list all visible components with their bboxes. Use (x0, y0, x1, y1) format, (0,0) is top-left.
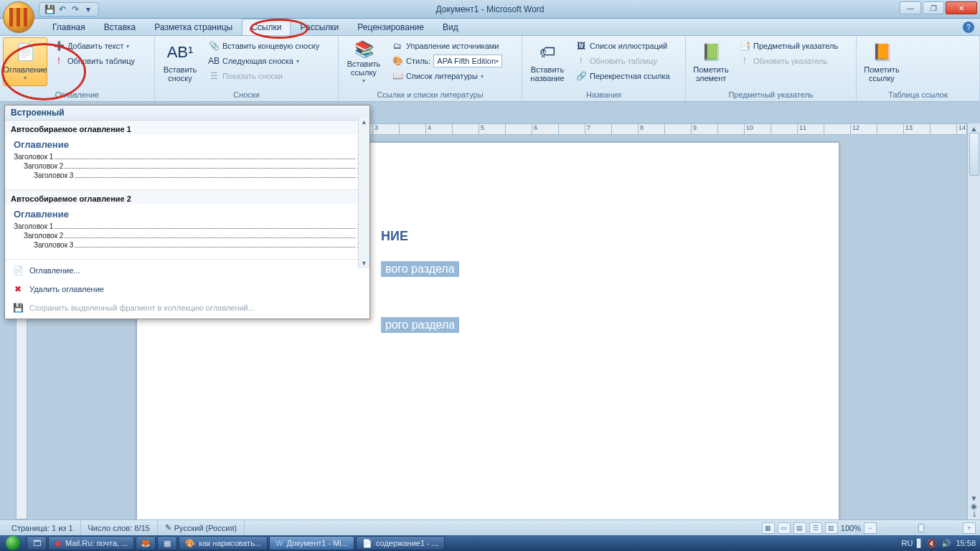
add-text-button[interactable]: ➕Добавить текст (50, 39, 138, 53)
scroll-thumb[interactable] (969, 133, 979, 176)
gallery-cmd-insert-toc[interactable]: 📄Оглавление... (5, 261, 369, 280)
system-tray: RU ▋ 🔇 🔊 15:58 (902, 539, 980, 548)
gallery-header: Встроенный (5, 105, 369, 121)
save-icon[interactable]: 💾 (44, 4, 55, 15)
tab-review[interactable]: Рецензирование (348, 19, 433, 35)
show-notes-icon: ☰ (208, 70, 220, 82)
spellcheck-icon: ✎ (165, 523, 171, 532)
status-language[interactable]: ✎Русский (Россия) (158, 520, 245, 535)
scroll-up-icon[interactable]: ▲ (971, 125, 978, 133)
group-label-citations: Ссылки и списки литературы (341, 89, 519, 101)
ribbon: 📄 Оглавление ➕Добавить текст !Обновить т… (0, 36, 980, 102)
gallery-cmd-save-selection: 💾Сохранить выделенный фрагмент в коллекц… (5, 298, 369, 317)
toc-button[interactable]: 📄 Оглавление (3, 37, 47, 86)
quick-access-toolbar: 💾 ↶ ↷ ▾ (39, 2, 99, 17)
windows-taskbar: 🗔 ◉Mail.Ru: почта, ... 🦊 ▦ 🎨как нарисова… (0, 535, 980, 551)
gallery-cmd-remove-toc[interactable]: ✖Удалить оглавление (5, 280, 369, 298)
tab-page-layout[interactable]: Разметка страницы (145, 19, 242, 35)
maximize-button[interactable]: ❐ (923, 1, 944, 14)
insert-footnote-button[interactable]: AB¹ Вставить сноску (158, 37, 202, 86)
zoom-slider-thumb[interactable] (918, 524, 924, 532)
office-button[interactable] (3, 1, 34, 33)
toc-button-label: Оглавление (3, 65, 47, 74)
view-print-layout-button[interactable]: ▦ (762, 522, 775, 534)
manage-sources-button[interactable]: 🗂Управление источниками (389, 39, 505, 53)
view-outline-button[interactable]: ☰ (809, 522, 822, 534)
taskbar-firefox[interactable]: 🦊 (136, 536, 156, 550)
tray-clock[interactable]: 15:58 (956, 539, 976, 547)
zoom-out-button[interactable]: − (864, 522, 877, 534)
tab-home[interactable]: Главная (43, 19, 95, 35)
taskbar-app[interactable]: ▦ (157, 536, 177, 550)
redo-icon[interactable]: ↷ (70, 4, 81, 15)
bibliography-button[interactable]: 📖Список литературы (389, 69, 505, 83)
browse-object-icon[interactable]: ◉ (971, 502, 977, 510)
remove-toc-icon: ✖ (12, 283, 24, 295)
vertical-scrollbar[interactable]: ▲ ▼ ◉ ⤓ (967, 123, 980, 519)
insert-index-button[interactable]: 📑Предметный указатель (736, 39, 841, 53)
style-icon: 🎨 (392, 55, 403, 67)
insert-endnote-button[interactable]: 📎Вставить концевую сноску (205, 39, 322, 53)
taskbar-word[interactable]: WДокумент1 - Mi... (269, 536, 354, 550)
taskbar-other-doc[interactable]: 📄содержание1 - ... (356, 536, 445, 550)
cross-reference-button[interactable]: 🔗Перекрестная ссылка (573, 69, 673, 83)
insert-toc-icon: 📄 (12, 265, 24, 276)
zoom-slider[interactable] (884, 527, 956, 529)
gallery-scrollbar[interactable]: ▲▼ (358, 117, 369, 268)
taskbar-mail[interactable]: ◉Mail.Ru: почта, ... (48, 536, 134, 550)
toc-gallery-dropdown: Встроенный Автособираемое оглавление 1 О… (4, 105, 370, 319)
show-notes-button: ☰Показать сноски (205, 69, 322, 83)
next-footnote-button[interactable]: ABСледующая сноска (205, 54, 322, 68)
view-web-button[interactable]: ▤ (793, 522, 806, 534)
taskbar-quicklaunch-1[interactable]: 🗔 (27, 536, 47, 550)
scroll-down-icon[interactable]: ▼ (971, 494, 978, 502)
taskbar-paint[interactable]: 🎨как нарисовать... (179, 536, 268, 550)
mark-citation-button[interactable]: 📙 Пометить ссылку (859, 37, 904, 86)
footnote-icon: AB¹ (169, 41, 192, 64)
gallery-item-auto-toc-1[interactable]: Автособираемое оглавление 1 Оглавление З… (5, 121, 369, 190)
undo-icon[interactable]: ↶ (57, 4, 68, 15)
update-figures-button: !Обновить таблицу (573, 54, 673, 68)
help-icon[interactable]: ? (963, 22, 974, 33)
caption-icon: 🏷 (536, 41, 559, 64)
status-bar: Страница: 1 из 1 Число слов: 8/15 ✎Русск… (0, 519, 980, 535)
update-toc-button[interactable]: !Обновить таблицу (50, 54, 138, 68)
close-button[interactable]: ✕ (946, 1, 977, 14)
endnote-icon: 📎 (208, 40, 220, 52)
crossref-icon: 🔗 (575, 70, 587, 82)
insert-index-icon: 📑 (739, 40, 750, 52)
tab-view[interactable]: Вид (433, 19, 468, 35)
view-draft-button[interactable]: ▥ (825, 522, 838, 534)
status-word-count[interactable]: Число слов: 8/15 (81, 520, 158, 535)
next-page-icon[interactable]: ⤓ (971, 510, 977, 518)
view-fullscreen-button[interactable]: ▭ (778, 522, 791, 534)
status-page[interactable]: Страница: 1 из 1 (4, 520, 81, 535)
insert-citation-button[interactable]: 📚 Вставить ссылку (341, 37, 386, 86)
table-of-figures-button[interactable]: 🖼Список иллюстраций (573, 39, 673, 53)
zoom-in-button[interactable]: + (963, 522, 976, 534)
tab-mailings[interactable]: Рассылки (291, 19, 348, 35)
ribbon-tabs: Главная Вставка Разметка страницы Ссылки… (0, 19, 980, 36)
update-icon: ! (53, 55, 65, 67)
firefox-icon: 🦊 (141, 539, 151, 548)
citation-style-select[interactable]: APA Fifth Edition (433, 55, 502, 67)
tray-network-icon[interactable]: 🔇 (927, 539, 937, 548)
group-label-footnotes: Сноски (158, 89, 335, 101)
minimize-button[interactable]: — (900, 1, 921, 14)
word-icon: W (275, 539, 283, 547)
doc-selection-2: рого раздела (381, 317, 459, 333)
figures-icon: 🖼 (575, 40, 587, 52)
tray-volume-icon[interactable]: 🔊 (941, 539, 951, 548)
tray-lang[interactable]: RU (902, 539, 913, 547)
mark-index-entry-button[interactable]: 📗 Пометить элемент (689, 37, 733, 86)
tab-references[interactable]: Ссылки (242, 19, 291, 35)
insert-caption-button[interactable]: 🏷 Вставить название (525, 37, 570, 86)
manage-sources-icon: 🗂 (392, 40, 403, 52)
tab-insert[interactable]: Вставка (95, 19, 146, 35)
qat-dropdown-icon[interactable]: ▾ (83, 4, 94, 15)
group-label-index: Предметный указатель (689, 89, 853, 101)
status-zoom-label[interactable]: 100% (841, 524, 861, 532)
start-button[interactable] (0, 535, 26, 551)
gallery-item-auto-toc-2[interactable]: Автособираемое оглавление 2 Оглавление З… (5, 190, 369, 260)
tray-flag-icon[interactable]: ▋ (917, 539, 923, 548)
